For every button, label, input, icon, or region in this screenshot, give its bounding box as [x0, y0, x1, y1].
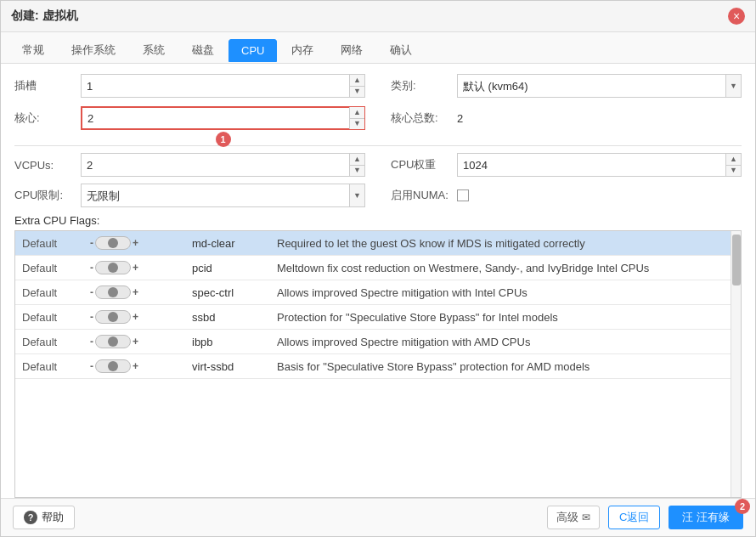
toggle-track-5[interactable]	[95, 359, 131, 373]
tab-cpu[interactable]: CPU	[228, 39, 277, 62]
total-cores-value: 2	[457, 112, 463, 125]
flags-table: Default - +	[15, 231, 731, 379]
help-icon: ?	[24, 511, 37, 524]
toggle-minus-0[interactable]: -	[90, 237, 93, 249]
toggle-minus-2[interactable]: -	[90, 286, 93, 298]
toggle-minus-5[interactable]: -	[90, 360, 93, 372]
extra-flags-label: Extra CPU Flags:	[14, 214, 742, 227]
flag-toggle-1[interactable]: - +	[83, 256, 185, 280]
slot-spin-up[interactable]: ▲	[350, 75, 364, 87]
toggle-plus-0[interactable]: +	[133, 237, 138, 249]
toggle-dot-5	[108, 361, 118, 371]
tab-os[interactable]: 操作系统	[59, 37, 128, 63]
flags-tbody: Default - +	[15, 231, 731, 379]
flag-desc-5: Basis for "Speculative Store Bypass" pro…	[270, 354, 731, 379]
table-row[interactable]: Default - +	[15, 305, 731, 330]
toggle-minus-1[interactable]: -	[90, 262, 93, 274]
cpu-weight-spin: ▲ ▼	[725, 154, 741, 176]
table-row[interactable]: Default - +	[15, 256, 731, 280]
tab-memory[interactable]: 内存	[279, 37, 326, 63]
vcpus-label: VCPUs:	[14, 159, 74, 172]
scrollbar-track[interactable]	[731, 231, 741, 497]
category-select[interactable]: 默认 (kvm64)	[457, 74, 742, 98]
back-button[interactable]: C返回	[608, 506, 660, 529]
close-button[interactable]: ×	[728, 8, 745, 25]
core-spin-down[interactable]: ▼	[350, 119, 364, 130]
toggle-track-1[interactable]	[95, 261, 131, 274]
vcpus-row: VCPUs: ▲ ▼	[14, 153, 365, 177]
toggle-switch-2[interactable]: - +	[90, 285, 178, 299]
table-row[interactable]: Default - +	[15, 231, 731, 256]
help-button[interactable]: ? 帮助	[13, 506, 75, 529]
toggle-switch-0[interactable]: - +	[90, 236, 178, 250]
flags-scroll[interactable]: Default - +	[15, 231, 731, 497]
flag-name-0: md-clear	[185, 231, 270, 256]
toggle-plus-5[interactable]: +	[133, 360, 138, 372]
toggle-plus-2[interactable]: +	[133, 286, 138, 298]
toggle-track-3[interactable]	[95, 310, 131, 324]
flag-desc-4: Allows improved Spectre mitigation with …	[270, 330, 731, 354]
tab-confirm[interactable]: 确认	[377, 37, 425, 63]
flag-toggle-3[interactable]: - +	[83, 305, 185, 330]
toggle-dot-0	[108, 238, 118, 248]
dialog-title: 创建: 虚拟机	[11, 8, 78, 24]
cpu-limit-select[interactable]: 无限制	[81, 184, 365, 207]
table-row[interactable]: Default - +	[15, 330, 731, 354]
footer-right: 高级 ✉ C返回 汪 汪有缘 2	[547, 506, 743, 529]
total-cores-label: 核心总数:	[391, 110, 450, 126]
toggle-plus-3[interactable]: +	[133, 311, 138, 323]
mail-icon: ✉	[582, 512, 590, 523]
table-row[interactable]: Default - +	[15, 280, 731, 305]
slot-row: 插槽 ▲ ▼	[14, 74, 365, 98]
tab-network[interactable]: 网络	[328, 37, 375, 63]
toggle-minus-3[interactable]: -	[90, 311, 93, 323]
flags-table-container: Default - +	[14, 230, 742, 498]
next-label: 汪 汪有缘	[682, 511, 730, 523]
badge-2: 2	[735, 499, 750, 514]
toggle-track-4[interactable]	[95, 335, 131, 348]
flag-toggle-2[interactable]: - +	[83, 280, 185, 305]
toggle-track-2[interactable]	[95, 285, 131, 299]
numa-label: 启用NUMA:	[391, 188, 450, 203]
advanced-button[interactable]: 高级 ✉	[547, 506, 600, 529]
cpu-weight-spin-down[interactable]: ▼	[726, 166, 741, 177]
table-row[interactable]: Default - +	[15, 354, 731, 379]
tab-disk[interactable]: 磁盘	[179, 37, 227, 63]
toggle-switch-4[interactable]: - +	[90, 335, 178, 348]
numa-checkbox[interactable]	[457, 189, 469, 201]
cpu-weight-spin-up[interactable]: ▲	[726, 154, 741, 166]
flag-desc-2: Allows improved Spectre mitigation with …	[270, 280, 731, 305]
core-input[interactable]	[81, 106, 365, 130]
flag-status-0: Default	[15, 231, 83, 256]
flag-status-4: Default	[15, 330, 83, 354]
flag-status-3: Default	[15, 305, 83, 330]
title-bar: 创建: 虚拟机 ×	[1, 1, 755, 32]
slot-input[interactable]	[81, 74, 365, 98]
core-spin-up[interactable]: ▲	[350, 107, 364, 119]
toggle-dot-3	[108, 312, 118, 322]
flag-status-1: Default	[15, 256, 83, 280]
scrollbar-thumb[interactable]	[732, 235, 741, 285]
vcpus-spin-up[interactable]: ▲	[350, 154, 364, 166]
toggle-minus-4[interactable]: -	[90, 336, 93, 348]
tab-bar: 常规 操作系统 系统 磁盘 CPU 内存 网络 确认	[1, 32, 755, 64]
toggle-switch-1[interactable]: - +	[90, 261, 178, 274]
next-button[interactable]: 汪 汪有缘 2	[669, 506, 743, 529]
tab-system[interactable]: 系统	[130, 37, 178, 63]
toggle-plus-1[interactable]: +	[133, 262, 138, 274]
vcpus-spin-down[interactable]: ▼	[350, 166, 364, 177]
flag-status-5: Default	[15, 354, 83, 379]
slot-spin-down[interactable]: ▼	[350, 87, 364, 98]
tab-general[interactable]: 常规	[9, 37, 57, 63]
toggle-switch-3[interactable]: - +	[90, 310, 178, 324]
cpu-weight-input[interactable]	[457, 153, 742, 177]
toggle-switch-5[interactable]: - +	[90, 359, 178, 373]
flag-name-4: ibpb	[185, 330, 270, 354]
flag-name-2: spec-ctrl	[185, 280, 270, 305]
flag-toggle-5[interactable]: - +	[83, 354, 185, 379]
flag-toggle-4[interactable]: - +	[83, 330, 185, 354]
vcpus-input[interactable]	[81, 153, 365, 177]
toggle-plus-4[interactable]: +	[133, 336, 138, 348]
flag-toggle-0[interactable]: - +	[83, 231, 185, 256]
toggle-track-0[interactable]	[95, 236, 131, 250]
